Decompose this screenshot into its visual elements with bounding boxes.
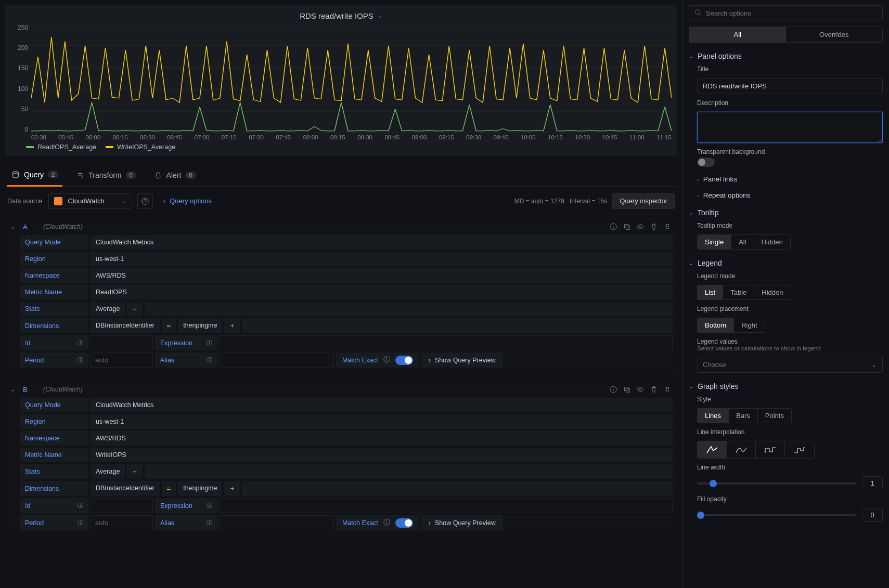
section-legend[interactable]: ⌄Legend <box>689 259 883 267</box>
style-lines[interactable]: Lines <box>698 409 729 423</box>
chevron-down-icon: ⌄ <box>689 210 693 216</box>
dimension-value[interactable]: thenpingme <box>178 481 222 496</box>
info-icon[interactable]: ⓘ <box>78 502 83 509</box>
namespace-value[interactable]: AWS/RDS <box>91 268 673 283</box>
fill-opacity-value[interactable]: 0 <box>862 508 883 522</box>
show-query-preview-button[interactable]: ›Show Query Preview <box>421 515 503 530</box>
add-stat-button[interactable]: + <box>127 302 143 316</box>
trash-icon[interactable] <box>650 385 658 394</box>
region-value[interactable]: us-west-1 <box>91 252 673 266</box>
id-input[interactable] <box>91 498 153 513</box>
repeat-options-section[interactable]: ›Repeat options <box>697 191 883 199</box>
style-bars[interactable]: Bars <box>729 409 758 423</box>
datasource-help-button[interactable] <box>137 193 153 209</box>
stats-value[interactable]: Average <box>91 302 125 316</box>
drag-handle-icon[interactable]: ⠿ <box>663 385 672 394</box>
add-dimension-button[interactable]: + <box>224 318 240 333</box>
line-width-value[interactable]: 1 <box>862 476 883 490</box>
info-icon[interactable]: ⓘ <box>207 356 212 364</box>
chevron-down-icon[interactable]: ⌄ <box>378 12 382 19</box>
expression-input[interactable] <box>220 498 673 513</box>
query-ref[interactable]: A <box>23 223 28 231</box>
collapse-icon[interactable]: ⌄ <box>10 224 15 230</box>
expression-input[interactable] <box>220 335 673 350</box>
query-options-button[interactable]: › Query options <box>158 194 217 208</box>
legend-placement-bottom[interactable]: Bottom <box>698 318 734 332</box>
add-stat-button[interactable]: + <box>127 464 143 479</box>
tooltip-mode-all[interactable]: All <box>731 235 754 249</box>
chart-plot[interactable] <box>31 24 672 133</box>
alias-input[interactable] <box>220 515 334 530</box>
info-icon[interactable]: ⓘ <box>78 339 83 347</box>
search-options-input[interactable] <box>689 5 883 21</box>
add-dimension-button[interactable]: + <box>224 481 240 496</box>
region-value[interactable]: us-west-1 <box>91 414 673 429</box>
query-mode-value[interactable]: CloudWatch Metrics <box>91 398 673 412</box>
tooltip-mode-single[interactable]: Single <box>698 235 731 249</box>
legend-item[interactable]: WriteIOPS_Average <box>106 143 175 151</box>
drag-handle-icon[interactable]: ⠿ <box>663 223 672 231</box>
interp-step-after[interactable] <box>785 441 814 458</box>
tab-alert[interactable]: Alert 0 <box>150 165 200 186</box>
metric-name-value[interactable]: ReadIOPS <box>91 285 673 299</box>
panel-description-input[interactable] <box>697 112 883 143</box>
section-panel-options[interactable]: ⌄Panel options <box>689 52 883 60</box>
query-mode-value[interactable]: CloudWatch Metrics <box>91 235 673 250</box>
legend-values-select[interactable]: Choose ⌄ <box>697 357 883 373</box>
tab-query[interactable]: Query 2 <box>7 165 62 187</box>
panel-links-section[interactable]: ›Panel links <box>697 175 883 183</box>
info-icon[interactable]: ⓘ <box>78 356 83 364</box>
collapse-icon[interactable]: ⌄ <box>10 386 15 393</box>
period-input[interactable]: auto <box>91 515 153 530</box>
dimension-name[interactable]: DBInstanceIdentifier <box>91 318 160 333</box>
info-icon[interactable]: ⓘ <box>383 356 390 364</box>
metric-name-value[interactable]: WriteIOPS <box>91 448 673 462</box>
panel-title[interactable]: RDS read/write IOPS <box>300 11 373 20</box>
info-icon[interactable]: ⓘ <box>383 518 390 527</box>
duplicate-icon[interactable] <box>623 223 631 231</box>
stats-value[interactable]: Average <box>91 464 125 479</box>
panel-title-input[interactable] <box>697 78 883 94</box>
interp-step-before[interactable] <box>756 441 785 458</box>
query-ref[interactable]: B <box>23 386 28 394</box>
id-input[interactable] <box>91 335 153 350</box>
info-icon[interactable]: ⓘ <box>207 519 212 527</box>
fill-opacity-slider[interactable] <box>697 514 856 516</box>
alias-input[interactable] <box>220 352 334 368</box>
tooltip-mode-hidden[interactable]: Hidden <box>754 235 790 249</box>
section-graph-styles[interactable]: ⌄Graph styles <box>689 382 883 390</box>
info-icon[interactable]: ⓘ <box>78 519 83 527</box>
legend-mode-list[interactable]: List <box>698 285 723 299</box>
style-label: Style <box>697 396 883 403</box>
legend-mode-table[interactable]: Table <box>723 285 754 299</box>
match-exact-toggle[interactable] <box>395 518 413 528</box>
dimension-value[interactable]: thenpingme <box>178 318 222 333</box>
dimension-name[interactable]: DBInstanceIdentifier <box>91 481 160 496</box>
style-points[interactable]: Points <box>758 409 791 423</box>
tab-transform[interactable]: Transform 0 <box>72 165 140 186</box>
legend-placement-right[interactable]: Right <box>734 318 764 332</box>
segment-overrides[interactable]: Overrides <box>786 27 883 42</box>
datasource-picker[interactable]: CloudWatch ⌄ <box>48 193 132 209</box>
period-input[interactable]: auto <box>91 352 153 368</box>
legend-item[interactable]: ReadIOPS_Average <box>26 143 96 151</box>
info-icon[interactable]: ⓘ <box>207 502 212 509</box>
show-query-preview-button[interactable]: ›Show Query Preview <box>421 352 503 368</box>
interp-linear[interactable] <box>698 441 727 458</box>
transparent-bg-toggle[interactable] <box>697 158 715 167</box>
query-inspector-button[interactable]: Query inspector <box>612 193 675 209</box>
segment-all[interactable]: All <box>689 27 786 42</box>
legend-mode-hidden[interactable]: Hidden <box>754 285 790 299</box>
line-width-slider[interactable] <box>697 482 856 485</box>
info-icon[interactable] <box>609 223 617 231</box>
section-tooltip[interactable]: ⌄Tooltip <box>689 208 883 217</box>
trash-icon[interactable] <box>650 223 658 231</box>
match-exact-toggle[interactable] <box>395 356 413 365</box>
duplicate-icon[interactable] <box>623 385 631 394</box>
interp-smooth[interactable] <box>727 441 756 458</box>
info-icon[interactable]: ⓘ <box>207 339 212 347</box>
info-icon[interactable] <box>609 385 617 394</box>
eye-icon[interactable] <box>636 385 645 394</box>
eye-icon[interactable] <box>636 223 645 231</box>
namespace-value[interactable]: AWS/RDS <box>91 431 673 446</box>
